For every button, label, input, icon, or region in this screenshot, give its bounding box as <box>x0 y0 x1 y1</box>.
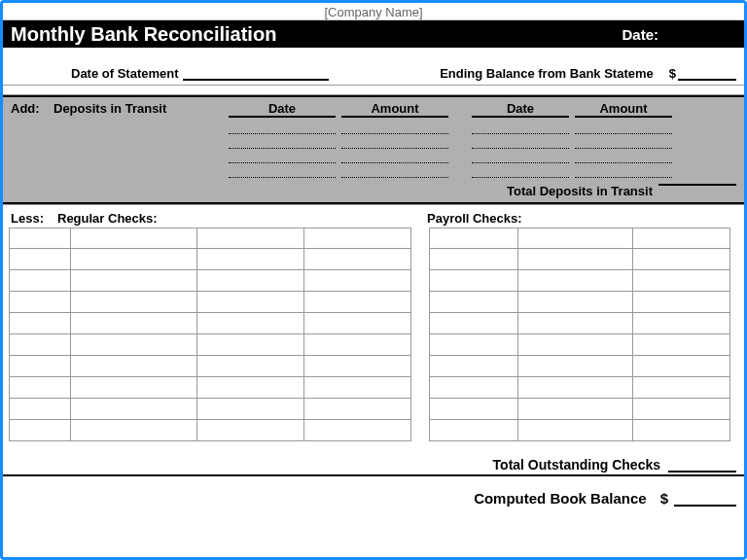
deposits-amount-header-1: Amount <box>341 101 448 118</box>
currency-symbol: $ <box>669 66 676 81</box>
payroll-checks-label: Payroll Checks: <box>427 211 522 226</box>
deposits-in-transit-label: Deposits in Transit <box>53 101 229 118</box>
deposits-section: Add: Deposits in Transit Date Amount Dat… <box>3 95 744 204</box>
deposits-total-row: Total Deposits in Transit <box>3 178 744 202</box>
regular-checks-label: Regular Checks: <box>57 211 427 226</box>
computed-currency: $ <box>660 490 668 507</box>
statement-row: Date of Statement Ending Balance from Ba… <box>3 48 744 86</box>
total-outstanding-checks-label: Total Outstanding Checks <box>493 457 660 472</box>
add-label: Add: <box>11 101 53 118</box>
computed-balance-row: Computed Book Balance $ <box>3 476 744 510</box>
computed-book-balance-label: Computed Book Balance <box>474 490 647 507</box>
total-checks-blank <box>668 457 736 472</box>
computed-balance-blank <box>674 491 736 507</box>
company-name: [Company Name] <box>3 3 744 20</box>
deposits-total-label: Total Deposits in Transit <box>507 184 653 198</box>
less-label: Less: <box>11 211 57 226</box>
deposits-header: Add: Deposits in Transit Date Amount Dat… <box>3 97 744 120</box>
ending-balance-blank <box>678 65 736 81</box>
document-frame: [Company Name] Monthly Bank Reconciliati… <box>0 0 747 560</box>
page-title: Monthly Bank Reconciliation <box>11 23 622 46</box>
title-bar: Monthly Bank Reconciliation Date: <box>3 20 744 48</box>
deposits-date-header-1: Date <box>229 101 336 118</box>
deposits-amount-header-2: Amount <box>575 101 672 118</box>
deposits-date-header-2: Date <box>472 101 569 118</box>
spacer <box>3 86 744 95</box>
statement-date-blank <box>183 65 329 81</box>
date-label: Date: <box>622 26 658 43</box>
ending-balance-label: Ending Balance from Bank Stateme <box>440 66 654 81</box>
statement-date-label: Date of Statement <box>71 66 179 81</box>
checks-grid <box>3 228 744 441</box>
checks-header: Less: Regular Checks: Payroll Checks: <box>3 204 744 228</box>
total-checks-row: Total Outstanding Checks <box>3 445 744 476</box>
deposits-total-blank <box>658 184 736 198</box>
deposits-rows <box>3 120 744 178</box>
